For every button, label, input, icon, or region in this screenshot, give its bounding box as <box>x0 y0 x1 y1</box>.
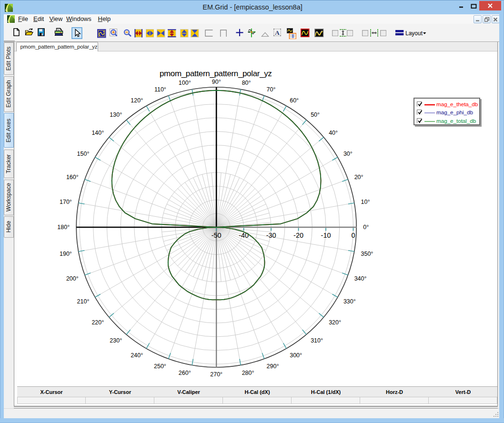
text-label-icon: A <box>273 29 281 36</box>
angle-tick <box>302 120 306 124</box>
menu-windows[interactable]: Windows <box>66 14 91 24</box>
plot-dual-trace-button[interactable] <box>314 29 324 37</box>
minimize-button[interactable] <box>456 2 466 12</box>
cursor-col-header: V-Caliper <box>154 387 223 397</box>
angle-label: 290° <box>266 363 279 369</box>
shrink-horizontal-icon <box>146 29 154 38</box>
layout-menu-icon: Layout <box>395 30 429 37</box>
shrink-vertical-button[interactable] <box>180 29 189 38</box>
expand-vertical-icon <box>168 29 176 38</box>
sidebar-tab-hide[interactable]: Hide <box>4 216 14 238</box>
sidebar-tab-label: Edit Plots <box>5 46 12 70</box>
angle-tick <box>78 250 84 251</box>
sidebar-tab-label: Workspace <box>5 183 12 212</box>
sidebar-tab-edit-graph[interactable]: Edit Graph <box>4 76 14 112</box>
collapse-horizontal-button[interactable] <box>157 29 165 38</box>
grid-spoke <box>216 122 304 227</box>
angle-label: 260° <box>178 369 191 376</box>
track-vertical-arrow-icon[interactable] <box>340 29 346 37</box>
new-document-button[interactable] <box>13 28 20 36</box>
menu-view[interactable]: View <box>50 14 63 24</box>
resize-grip-dot[interactable] <box>495 416 496 417</box>
track-vertical-left-checkbox[interactable] <box>332 30 339 36</box>
radial-tick-label: -40 <box>239 231 249 239</box>
tracker-axes-button[interactable] <box>247 28 256 38</box>
angle-tick <box>283 106 286 111</box>
track-horizontal-right-checkbox-icon <box>380 30 387 37</box>
save-icon <box>38 28 45 36</box>
close-button[interactable] <box>479 1 501 10</box>
report-notebook-button[interactable] <box>287 28 296 39</box>
text-label-button[interactable]: A <box>273 29 281 36</box>
document-tab[interactable]: pmom_pattern_pattern_polar_yz <box>16 42 98 51</box>
resize-grip-dot[interactable] <box>497 416 498 417</box>
legend-checkbox[interactable] <box>417 118 422 123</box>
sidebar-tab-label: Edit Axes <box>5 118 12 142</box>
legend-checkbox[interactable] <box>417 110 422 115</box>
radial-tick-label: -20 <box>293 231 303 239</box>
sidebar-tab-tracker[interactable]: Tracker <box>4 150 14 179</box>
mdi-close-button[interactable] <box>492 15 500 23</box>
open-file-button[interactable] <box>25 28 33 36</box>
print-icon <box>54 28 63 37</box>
legend-label: mag_e_theta_db <box>436 101 478 109</box>
resize-grip-dot[interactable] <box>495 414 496 415</box>
menu-edit[interactable]: Edit <box>33 14 44 24</box>
status-bar <box>4 408 499 418</box>
fit-plot-button[interactable] <box>97 29 106 38</box>
angle-label: 30° <box>343 151 352 157</box>
track-horizontal-arrow-icon[interactable] <box>370 29 378 37</box>
print-button[interactable] <box>54 28 63 37</box>
angle-tick <box>283 343 286 348</box>
zoom-in-button[interactable] <box>110 29 117 36</box>
angle-tick <box>109 313 113 317</box>
frame-open-bottom-button[interactable] <box>220 30 227 37</box>
legend-line-sample <box>424 104 435 106</box>
minimize-icon <box>456 2 466 12</box>
angle-tick <box>302 330 306 334</box>
track-vertical-left-checkbox-icon <box>332 30 339 37</box>
angle-label: 160° <box>66 173 78 180</box>
resize-grip-dot[interactable] <box>497 412 498 413</box>
track-horizontal-right-checkbox[interactable] <box>380 30 387 36</box>
track-horizontal-left-checkbox-icon <box>362 30 369 37</box>
menu-help[interactable]: Help <box>98 14 111 24</box>
zoom-out-button[interactable] <box>123 29 131 37</box>
shrink-horizontal-button[interactable] <box>146 29 154 38</box>
expand-vertical-button[interactable] <box>168 29 176 38</box>
legend-checkbox[interactable] <box>417 101 422 107</box>
pointer-select-icon <box>71 27 82 39</box>
angle-label: 210° <box>77 298 89 305</box>
em-grid-window: { "window": { "title": "EM.Grid - [empic… <box>0 0 504 423</box>
fit-plot-icon <box>97 29 106 38</box>
track-vertical-right-checkbox[interactable] <box>347 30 353 36</box>
sidebar-tab-edit-plots[interactable]: Edit Plots <box>4 42 14 75</box>
cursor-col-header: Horz-D <box>360 387 429 397</box>
sidebar-tab-edit-axes[interactable]: Edit Axes <box>4 113 14 148</box>
menu-file[interactable]: File <box>18 14 28 24</box>
mdi-minimize-button[interactable] <box>474 15 482 23</box>
collapse-vertical-button[interactable] <box>191 29 199 38</box>
crosshair-button[interactable] <box>236 29 243 37</box>
pointer-select-button[interactable] <box>71 27 82 39</box>
track-horizontal-left-checkbox[interactable] <box>362 30 369 36</box>
layout-menu-button[interactable]: Layout <box>395 30 429 37</box>
legend-label: mag_e_phi_db <box>436 109 473 117</box>
cursor-cell <box>360 397 429 404</box>
angle-label: 120° <box>131 97 143 103</box>
maximize-button[interactable] <box>468 2 479 12</box>
frame-open-right-button[interactable] <box>205 30 213 37</box>
crosshair-icon <box>236 29 243 37</box>
plot-red-frame-button[interactable] <box>301 29 310 37</box>
resize-grip-dot[interactable] <box>494 416 494 417</box>
sidebar-tab-workspace[interactable]: Workspace <box>4 180 14 215</box>
expand-horizontal-button[interactable] <box>134 29 143 38</box>
mdi-restore-button[interactable] <box>483 15 491 23</box>
frame-open-right-icon <box>205 30 213 37</box>
report-notebook-icon <box>287 28 296 39</box>
title-bar[interactable]: EM.Grid - [empicasso_lesson8a] <box>0 0 504 14</box>
save-button[interactable] <box>38 28 45 36</box>
menu-bar: FileEditViewWindowsHelp <box>4 14 499 24</box>
triangle-marker-button[interactable] <box>261 30 269 36</box>
resize-grip-dot[interactable] <box>497 414 498 415</box>
